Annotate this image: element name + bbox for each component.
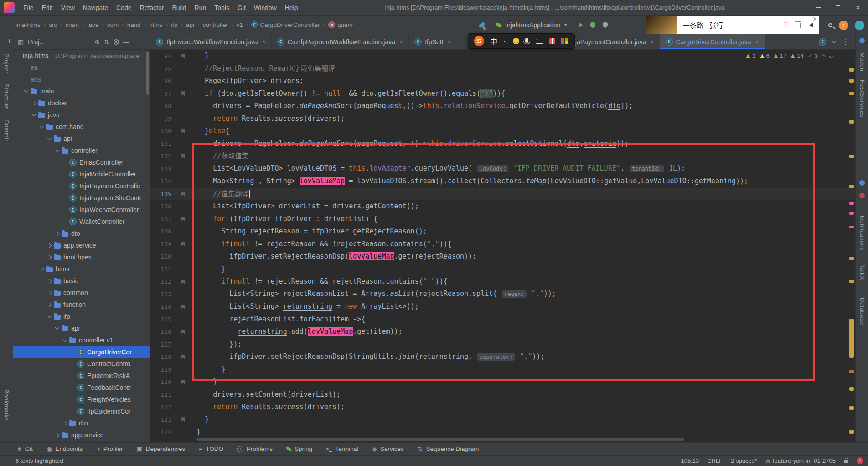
editor-tab[interactable]: CCargoDriverController.java× [660,34,765,49]
tree-scrollbar[interactable] [146,52,149,95]
breadcrumb-item[interactable]: main [66,21,79,28]
tab-close-icon[interactable]: × [262,38,266,46]
line-separator[interactable]: CRLF [707,457,723,464]
tree-item[interactable]: common [13,287,150,299]
tree-item[interactable]: docker [13,97,150,109]
tool-button-services[interactable]: ◈Services [372,445,404,452]
breadcrumb-item[interactable]: inja-htms [16,21,41,28]
tree-item[interactable]: app.service [13,239,150,251]
git-branch[interactable]: ⋔ feature-ycih-inf-01-2705 [765,457,836,464]
tree-item[interactable]: api [13,322,150,334]
tree-item[interactable]: CInjaMobileController [13,168,150,180]
editor-code-area[interactable]: 261714✓3 94 }95 //RejectReason、Remark字段值… [150,50,855,442]
breadcrumb-item[interactable]: mquery [328,21,353,28]
breadcrumb-item[interactable]: src [49,21,57,28]
toolwindow-icon[interactable] [859,38,865,43]
maximize-button[interactable] [828,0,848,16]
code-line[interactable]: 101 drivers = PageHelper.doPageAndSort(p… [150,138,855,150]
code-line[interactable]: 122 return Results.success(drivers); [150,401,855,414]
tree-item[interactable]: CContractContro [13,358,150,370]
search-icon[interactable] [828,23,832,27]
update-icon[interactable]: ↑ [839,21,848,30]
apps-grid-icon[interactable] [561,38,564,41]
tree-item[interactable]: CEpidemicRiskA [13,370,150,382]
locate-file-icon[interactable]: ⊕ [95,38,100,46]
menu-git[interactable]: Git [233,0,250,16]
tree-item[interactable]: dto [13,228,150,239]
tool-button-database[interactable]: Database [859,298,866,325]
build-hammer-icon[interactable] [478,22,485,28]
tree-item[interactable]: java [13,109,150,121]
menu-file[interactable]: File [19,0,38,16]
code-line[interactable]: 118 ifpDriver.setRejectReasonDsp(StringU… [150,351,855,363]
ime-language-mode[interactable]: 中 [490,36,497,47]
minimize-button[interactable] [808,0,828,16]
tool-button-project[interactable]: Project [3,53,10,73]
tree-item[interactable]: CCargoDriverCor [13,346,150,358]
tree-item[interactable]: CFreightVehicles [13,394,150,405]
menu-help[interactable]: Help [281,0,302,16]
tool-button-restservices[interactable]: RestServices [859,80,866,118]
tree-item[interactable]: arts [13,73,150,85]
tree-item[interactable]: dto [13,417,150,429]
inspection-weak-warning[interactable]: 14 [790,52,803,59]
code-line[interactable]: 103 List<LovValueDTO> lovValueDTOS = thi… [150,163,855,176]
tool-button-terminal[interactable]: >_Terminal [326,445,358,452]
sogou-logo-icon[interactable]: S [474,36,484,46]
gear-icon[interactable] [114,39,119,45]
keyboard-icon[interactable] [536,39,543,44]
code-line[interactable]: 96 Page<IfpDriver> drivers; [150,75,855,88]
tree-item[interactable]: CIfpEpidemicCor [13,405,150,417]
code-line[interactable]: 97 if (dto.getIsFleetOwner() != null && … [150,88,855,100]
tree-item[interactable]: basic [13,275,150,287]
breadcrumb-item[interactable]: hand [127,21,141,28]
inspection-ok[interactable]: ✓3 [808,52,818,59]
heart-icon[interactable]: ♡ [783,21,790,29]
menu-code[interactable]: Code [112,0,135,16]
tree-item[interactable]: CInjaWechatController [13,204,150,216]
tab-close-icon[interactable]: × [755,38,759,46]
caret-position[interactable]: 105:13 [681,457,699,464]
tree-item[interactable]: com.hand [13,121,150,133]
menu-build[interactable]: Build [168,0,190,16]
widget-close-icon[interactable]: ✕ [812,16,817,22]
code-line[interactable]: 114 List<String> returnstring = new Arra… [150,300,855,313]
code-line[interactable]: 107 for (IfpDriver ifpDriver : driverLis… [150,213,855,226]
tree-item[interactable]: htms [13,263,150,275]
code-line[interactable]: 100 }else{ [150,125,855,138]
menu-navigate[interactable]: Navigate [79,0,112,16]
tool-button-commit[interactable]: Commit [3,119,10,141]
code-line[interactable]: 120 } [150,376,855,388]
lock-icon[interactable] [844,460,848,463]
tool-button-bookmarks[interactable]: Bookmarks [3,389,10,421]
breadcrumb-item[interactable]: api [186,21,194,28]
breadcrumb-item[interactable]: CCargoDriverController [251,21,320,28]
breadcrumb-item[interactable]: controller [202,21,228,28]
code-line[interactable]: 121 drivers.setContent(driverList); [150,388,855,401]
code-line[interactable]: 99 return Results.success(drivers); [150,113,855,125]
tool-button-sequence[interactable]: ⇅Sequence Diagram [418,445,479,452]
tree-item[interactable]: CWalletController [13,216,150,228]
speaker-icon[interactable] [807,23,813,27]
run-button[interactable] [579,22,583,28]
tool-button-git[interactable]: ⋔Git [16,445,33,452]
breadcrumb-item[interactable]: com [107,21,119,28]
tab-close-icon[interactable]: × [650,38,654,46]
tree-item[interactable]: CInjaPaymentSiteContr [13,192,150,204]
ime-punctuation-mode[interactable]: ·, [503,38,507,45]
breadcrumb-item[interactable]: ifp [171,21,177,28]
tree-item[interactable]: controller.v1 [13,334,150,346]
tool-button-problems[interactable]: !Problems [237,445,273,452]
breadcrumb-item[interactable]: htms [149,21,162,28]
inspection-warning[interactable]: 6 [760,52,770,59]
tool-window-icon[interactable] [4,39,10,43]
code-line[interactable]: 113 List<String> rejectReasonList = Arra… [150,288,855,301]
gift-icon[interactable] [549,38,555,44]
tool-button-maven[interactable]: Maven [859,52,866,72]
code-line[interactable]: 102 //获取值集 [150,150,855,163]
code-line[interactable]: 108 String rejectReason = ifpDriver.getR… [150,225,855,238]
debug-button[interactable] [590,22,595,28]
editor-tab[interactable]: CIfpInvoiceWorkflowFunction.java× [150,34,272,49]
tree-item[interactable]: CFeedbackContr [13,382,150,394]
inspection-warning[interactable]: 17 [774,52,786,59]
